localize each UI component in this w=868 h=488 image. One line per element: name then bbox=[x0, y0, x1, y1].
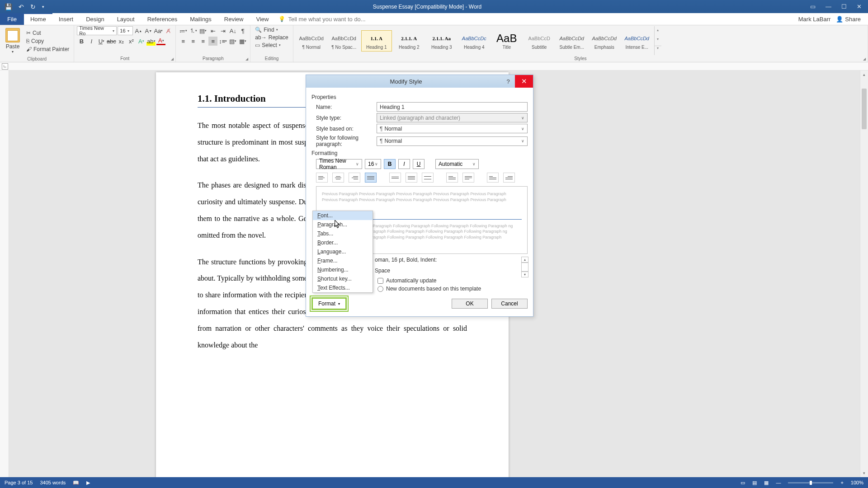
dialog-help-icon[interactable]: ? bbox=[501, 78, 515, 85]
format-font-combo[interactable]: Times New Roman bbox=[316, 159, 362, 169]
font-size-combo[interactable]: 16▾ bbox=[118, 26, 133, 35]
tab-view[interactable]: View bbox=[250, 13, 275, 25]
style-heading-1[interactable]: 1.1. AHeading 1 bbox=[361, 30, 392, 52]
menu-language-[interactable]: Language... bbox=[313, 247, 373, 256]
format-size-combo[interactable]: 16 bbox=[365, 159, 381, 169]
vertical-scrollbar[interactable]: ▴ ▾ bbox=[860, 70, 868, 477]
format-color-combo[interactable]: Automatic bbox=[435, 159, 479, 169]
align-justify-button[interactable] bbox=[365, 173, 377, 183]
cancel-button[interactable]: Cancel bbox=[491, 299, 528, 309]
menu-tabs-[interactable]: Tabs... bbox=[313, 229, 373, 238]
paragraph-launcher-icon[interactable]: ◢ bbox=[245, 57, 248, 61]
line-spacing-button[interactable]: ↕≡▾ bbox=[218, 37, 227, 46]
file-tab[interactable]: File bbox=[0, 13, 24, 25]
word-count[interactable]: 3405 words bbox=[40, 480, 66, 485]
styles-more-button[interactable]: ▴▾▾ bbox=[654, 26, 661, 55]
macro-icon[interactable]: ▶ bbox=[86, 480, 90, 486]
based-on-dropdown[interactable]: ¶Normal bbox=[377, 124, 528, 133]
zoom-out-icon[interactable]: ― bbox=[776, 480, 781, 485]
style-heading-3[interactable]: 2.1.1. AaHeading 3 bbox=[426, 30, 457, 52]
style-intense-e-[interactable]: AaBbCcDdIntense E... bbox=[622, 30, 652, 52]
close-icon[interactable]: ✕ bbox=[857, 3, 862, 10]
align-center-button[interactable]: ≡ bbox=[189, 37, 198, 46]
paste-button[interactable]: Paste ▾ bbox=[3, 26, 23, 56]
replace-button[interactable]: ab→ Replace bbox=[253, 34, 290, 41]
minimize-icon[interactable]: ― bbox=[826, 3, 831, 10]
spacing-single-button[interactable] bbox=[389, 173, 401, 183]
save-icon[interactable]: 💾 bbox=[5, 3, 12, 10]
user-name[interactable]: Mark LaBarr bbox=[798, 16, 831, 23]
style--no-spac-[interactable]: AaBbCcDd¶ No Spac... bbox=[329, 30, 359, 52]
menu-border-[interactable]: Border... bbox=[313, 238, 373, 247]
align-left-button[interactable] bbox=[316, 173, 328, 183]
zoom-in-icon[interactable]: + bbox=[840, 480, 843, 485]
tab-home[interactable]: Home bbox=[24, 13, 52, 25]
font-color-button[interactable]: A▾ bbox=[156, 38, 165, 45]
style-subtle-em-[interactable]: AaBbCcDdSubtle Em... bbox=[557, 30, 587, 52]
dialog-close-icon[interactable]: ✕ bbox=[515, 75, 533, 88]
format-italic-button[interactable]: I bbox=[398, 159, 410, 169]
increase-indent-button[interactable]: ⇥ bbox=[218, 26, 227, 35]
following-dropdown[interactable]: ¶Normal bbox=[377, 136, 528, 146]
format-bold-button[interactable]: B bbox=[384, 159, 396, 169]
qat-customize-icon[interactable]: ▾ bbox=[42, 5, 44, 9]
clear-formatting-button[interactable]: A̸ bbox=[164, 26, 173, 35]
page-indicator[interactable]: Page 3 of 15 bbox=[5, 480, 33, 485]
style--normal[interactable]: AaBbCcDd¶ Normal bbox=[296, 30, 327, 52]
font-family-combo[interactable]: Times New Ro▾ bbox=[77, 26, 117, 35]
menu-text-effects-[interactable]: Text Effects... bbox=[313, 283, 373, 292]
web-layout-icon[interactable]: ▦ bbox=[764, 480, 769, 486]
undo-icon[interactable]: ↶ bbox=[19, 3, 24, 10]
template-radio[interactable] bbox=[377, 286, 383, 292]
format-dropdown-button[interactable]: Format▾ bbox=[311, 297, 347, 310]
menu-frame-[interactable]: Frame... bbox=[313, 256, 373, 265]
scroll-up-icon[interactable]: ▴ bbox=[860, 70, 868, 79]
superscript-button[interactable]: x² bbox=[127, 37, 136, 46]
ribbon-options-icon[interactable]: ▭ bbox=[810, 3, 816, 10]
numbering-button[interactable]: ⒈▾ bbox=[189, 26, 198, 35]
text-effects-button[interactable]: A▾ bbox=[137, 37, 146, 46]
scrollbar-thumb[interactable] bbox=[862, 89, 867, 129]
scroll-down-icon[interactable]: ▾ bbox=[860, 469, 868, 477]
description-scroll[interactable]: ▴▾ bbox=[521, 257, 528, 277]
tab-mailings[interactable]: Mailings bbox=[184, 13, 218, 25]
grow-font-button[interactable]: A▲ bbox=[134, 26, 143, 35]
shrink-font-button[interactable]: A▼ bbox=[144, 26, 153, 35]
strikethrough-button[interactable]: abc bbox=[107, 37, 116, 46]
spellcheck-icon[interactable]: 📖 bbox=[73, 480, 79, 486]
sort-button[interactable]: A↓ bbox=[228, 26, 237, 35]
change-case-button[interactable]: Aa▾ bbox=[154, 26, 163, 35]
tab-review[interactable]: Review bbox=[218, 13, 250, 25]
styles-launcher-icon[interactable]: ◢ bbox=[863, 57, 866, 61]
highlight-button[interactable]: ab▾ bbox=[146, 37, 156, 46]
decrease-indent-button[interactable]: ⇤ bbox=[208, 26, 217, 35]
menu-font-[interactable]: Font... bbox=[313, 211, 373, 220]
ok-button[interactable]: OK bbox=[452, 299, 488, 309]
align-right-button[interactable]: ≡ bbox=[198, 37, 208, 46]
align-center-button[interactable] bbox=[332, 173, 344, 183]
spacing-15-button[interactable] bbox=[406, 173, 417, 183]
read-mode-icon[interactable]: ▭ bbox=[741, 480, 745, 486]
tab-design[interactable]: Design bbox=[80, 13, 110, 25]
indent-decrease-button[interactable] bbox=[487, 173, 499, 183]
maximize-icon[interactable]: ☐ bbox=[841, 3, 847, 10]
style-title[interactable]: AaBTitle bbox=[491, 30, 522, 52]
share-button[interactable]: 👤Share bbox=[836, 16, 861, 23]
menu-shortcut-key-[interactable]: Shortcut key... bbox=[313, 274, 373, 283]
format-underline-button[interactable]: U bbox=[413, 159, 425, 169]
borders-button[interactable]: ▦▾ bbox=[238, 37, 247, 46]
zoom-slider[interactable] bbox=[788, 482, 833, 483]
cut-button[interactable]: ✂ Cut bbox=[24, 29, 71, 37]
style-subtitle[interactable]: AaBbCcDSubtitle bbox=[524, 30, 555, 52]
tab-layout[interactable]: Layout bbox=[111, 13, 141, 25]
bold-button[interactable]: B bbox=[77, 37, 86, 46]
style-emphasis[interactable]: AaBbCcDdEmphasis bbox=[589, 30, 620, 52]
align-left-button[interactable]: ≡ bbox=[179, 37, 188, 46]
italic-button[interactable]: I bbox=[87, 37, 96, 46]
show-marks-button[interactable]: ¶ bbox=[238, 26, 247, 35]
space-before-down-button[interactable] bbox=[462, 173, 474, 183]
zoom-level[interactable]: 100% bbox=[851, 480, 863, 485]
redo-icon[interactable]: ↻ bbox=[30, 3, 36, 10]
multilevel-button[interactable]: ▤▾ bbox=[198, 26, 208, 35]
menu-numbering-[interactable]: Numbering... bbox=[313, 265, 373, 274]
